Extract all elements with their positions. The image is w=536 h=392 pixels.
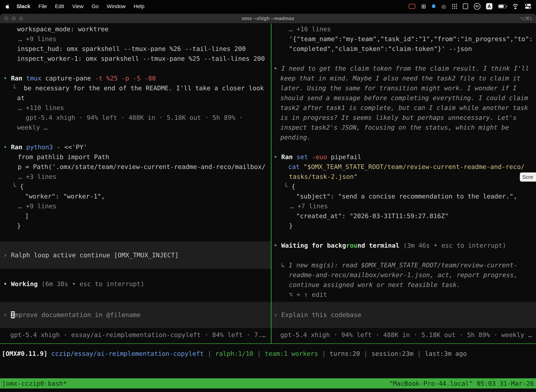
prompt-text: › Improve documentation in @filename xyxy=(0,310,140,320)
text-segment: tasks/task-2.json" xyxy=(289,173,358,180)
terminal-line: … +7 lines xyxy=(272,201,536,211)
apple-logo-icon[interactable] xyxy=(5,3,10,9)
text-segment: I need to get the claim token from the c… xyxy=(281,65,529,72)
terminal-line: } xyxy=(272,221,536,231)
prompt-band-ralph[interactable]: › Ralph loop active continue [OMX_TMUX_I… xyxy=(0,241,271,269)
text-segment: } xyxy=(289,222,293,229)
text-segment: "completed","claim_token":"claim-token"}… xyxy=(289,45,472,52)
edit-hint-line: ⌥ + ↑ edit xyxy=(272,290,536,300)
working-status-line: • Working (6m 38s • esc to interrupt) xyxy=(0,279,271,289)
text-segment: - <<'PY' xyxy=(53,144,87,151)
text-segment: • xyxy=(274,153,281,160)
menu-app-name[interactable]: Slack xyxy=(17,3,30,9)
text-segment: Ran xyxy=(11,144,26,151)
terminal-line: inspect task2's JSON, focusing on the st… xyxy=(272,123,536,132)
menu-item-go[interactable]: Go xyxy=(92,3,99,9)
text-segment: inspect task2's JSON, focusing on the st… xyxy=(280,124,509,131)
terminal-line: tasks/task-2.json" xyxy=(272,172,536,182)
terminal-line: └ { xyxy=(0,182,271,191)
terminal-line: … +16 lines xyxy=(272,24,536,34)
prompt-text: › Explain this codebase xyxy=(272,310,361,320)
text-segment: team:1 workers xyxy=(265,350,318,357)
right-footer-status: gpt-5.4 xhigh · 94% left · 488K in · 5.1… xyxy=(272,330,536,340)
text-segment: (6m 38s • esc to interrupt) xyxy=(38,280,144,288)
input-source-icon[interactable]: A xyxy=(486,3,492,9)
phone-icon[interactable] xyxy=(463,4,468,9)
terminal-line: … +9 lines xyxy=(0,201,271,211)
text-segment: › xyxy=(274,311,281,318)
menu-item-view[interactable]: View xyxy=(72,3,83,9)
text-segment: at xyxy=(17,94,25,102)
text-segment: ] xyxy=(25,212,29,219)
text-segment: Explain this codebase xyxy=(281,311,361,318)
battery-icon[interactable] xyxy=(498,4,506,9)
menu-items: FileEditViewGoWindowHelp xyxy=(30,3,144,9)
dots-grid-icon[interactable] xyxy=(454,6,455,7)
text-segment: 1 new msg(s): read $OMX_TEAM_STATE_ROOT/… xyxy=(289,261,517,269)
menu-item-file[interactable]: File xyxy=(38,3,47,9)
titlebar[interactable]: omx --xhigh --madmax ⌥⌘1 xyxy=(0,14,536,23)
right-pane[interactable]: … +16 lines'{"team_name":"my-team","task… xyxy=(272,23,536,343)
screen-recording-indicator[interactable] xyxy=(409,4,415,9)
spacer xyxy=(0,269,271,279)
text-segment: capture-pane xyxy=(42,75,91,82)
prompt-input-right[interactable]: › Explain this codebase xyxy=(272,302,536,328)
text-segment: mprove documentation in @filename xyxy=(15,311,140,318)
terminal-line: gpt-5.4 xhigh · 94% left · 488K in · 5.1… xyxy=(0,113,271,123)
terminal-line: … +9 lines xyxy=(0,34,271,44)
text-segment: gpt-5.4 xhigh · essay/ai-reimplementatio… xyxy=(10,331,266,338)
window-title: omx --xhigh --madmax xyxy=(0,16,536,21)
text-segment: └ xyxy=(12,183,20,190)
text-segment: weekly … xyxy=(17,124,48,131)
tmux-session-label: [omx-cczip0:bash* xyxy=(2,380,67,387)
terminal-line: … +3 lines xyxy=(0,172,271,182)
text-segment: • xyxy=(3,144,11,151)
droplet-icon[interactable] xyxy=(431,4,436,9)
terminal-line: workspace_mode: worktree xyxy=(0,24,271,34)
text-segment: Ran xyxy=(11,75,26,82)
text-segment: › xyxy=(3,252,11,259)
ran-set-line: • Ran set -euo pipefail xyxy=(272,152,536,162)
spacer xyxy=(0,132,271,142)
wifi-icon[interactable] xyxy=(512,4,519,9)
terminal-line: "completed","claim_token":"claim-token"}… xyxy=(272,44,536,54)
terminal-line: should send a message before completing … xyxy=(272,93,536,103)
terminal: workspace_mode: worktree… +9 linesinspec… xyxy=(0,23,536,344)
text-segment: readme-and-reco/mailbox/worker-1.json, a… xyxy=(289,271,517,279)
ran-tmux-line: • Ran tmux capture-pane -t %25 -p -S -80 xyxy=(0,73,271,83)
menu-item-help[interactable]: Help xyxy=(134,3,144,9)
text-segment: (3m 46s • esc to interrupt) xyxy=(399,242,506,249)
text-segment: ralph:1/10 xyxy=(215,350,254,357)
terminal-line: inspect_worker-1: omx sparkshell --tmux-… xyxy=(0,54,271,64)
text-segment: … +110 lines xyxy=(18,104,64,111)
text-segment: [OMX#0.11.9] xyxy=(2,350,48,357)
left-pane[interactable]: workspace_mode: worktree… +9 linesinspec… xyxy=(0,23,271,343)
menu-item-window[interactable]: Window xyxy=(107,3,125,9)
text-segment: gpt-5.4 xhigh · 94% left · 488K in · 5.1… xyxy=(280,331,532,338)
terminal-line: keep that in mind. Maybe I also need the… xyxy=(272,73,536,83)
text-segment: | xyxy=(254,350,265,357)
window-grid-icon[interactable]: ⊞ xyxy=(421,3,426,10)
terminal-line: cat "$OMX_TEAM_STATE_ROOT/team/review-cu… xyxy=(272,162,536,172)
text-segment: • xyxy=(274,65,281,72)
text-segment: '{"team_name":"my-team","task_id":"1","f… xyxy=(289,35,533,42)
gauge-icon[interactable]: 61 xyxy=(474,3,480,10)
text-segment: └ xyxy=(284,183,291,190)
menubar: Slack FileEditViewGoWindowHelp ⊞◎61A xyxy=(0,0,536,13)
omx-status-line: [OMX#0.11.9] cczip/essay/ai-reimplementa… xyxy=(0,349,536,359)
text-segment: inspect_hud: omx sparkshell --tmux-pane … xyxy=(17,45,246,52)
spacer xyxy=(0,289,271,302)
window-shortcut-hint: ⌥⌘1 xyxy=(520,16,532,21)
screen: Slack FileEditViewGoWindowHelp ⊞◎61A omx… xyxy=(0,0,536,392)
text-segment: inspect_worker-1: omx sparkshell --tmux-… xyxy=(17,55,265,62)
aperture-icon[interactable]: ◎ xyxy=(441,3,446,10)
menu-item-edit[interactable]: Edit xyxy=(55,3,64,9)
prompt-input-left[interactable]: › Improve documentation in @filename xyxy=(0,302,271,328)
menubar-status-icons: ⊞◎61A xyxy=(409,3,531,10)
left-footer-status: gpt-5.4 xhigh · essay/ai-reimplementatio… xyxy=(0,330,271,340)
control-center-icon[interactable] xyxy=(525,4,531,9)
text-segment: Ralph loop active continue [OMX_TMUX_INJ… xyxy=(11,252,179,259)
ran-python-line: • Ran python3 - <<'PY' xyxy=(0,142,271,152)
text-segment: ↳ xyxy=(281,261,289,269)
text-segment: session:23m xyxy=(371,350,413,357)
